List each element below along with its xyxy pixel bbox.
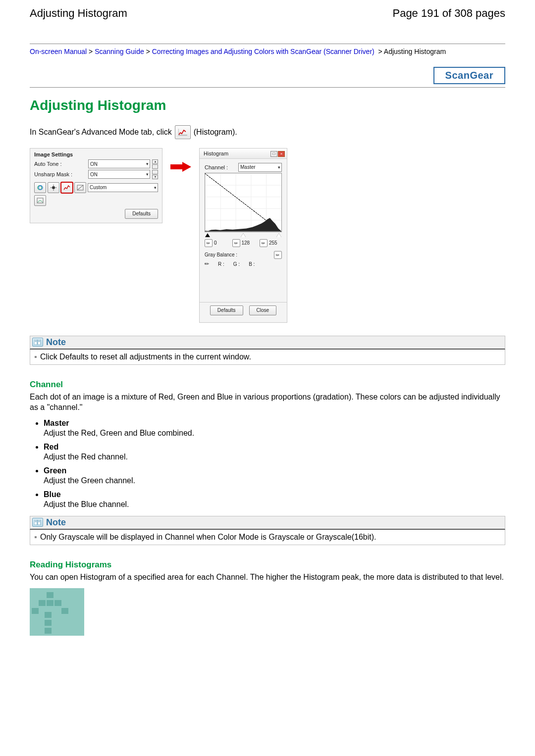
midtone-value: 128 bbox=[242, 240, 255, 246]
note-label: Note bbox=[46, 517, 66, 528]
r-label: R : bbox=[218, 261, 224, 267]
histogram-plot bbox=[205, 173, 282, 232]
unsharp-mask-dropdown[interactable]: ON bbox=[88, 170, 150, 179]
channel-intro: Each dot of an image is a mixture of Red… bbox=[30, 392, 505, 413]
breadcrumb-current: Adjusting Histogram bbox=[384, 48, 446, 55]
note-icon bbox=[32, 518, 43, 527]
note-box: Note Only Grayscale will be displayed in… bbox=[30, 516, 505, 545]
breadcrumb-link-correcting[interactable]: Correcting Images and Adjusting Colors w… bbox=[152, 48, 374, 55]
scroll-spinner[interactable]: ▴ bbox=[152, 159, 158, 169]
breadcrumb-link-scanning-guide[interactable]: Scanning Guide bbox=[95, 48, 144, 55]
note-icon bbox=[32, 338, 43, 347]
unsharp-mask-label: Unsharp Mask : bbox=[34, 171, 86, 177]
auto-tone-value: ON bbox=[90, 161, 98, 167]
breadcrumb-sep: > bbox=[144, 48, 152, 55]
histogram-dialog-title: Histogram bbox=[204, 151, 228, 156]
eyedropper-icon: ✎ bbox=[206, 240, 212, 246]
image-settings-defaults-button[interactable]: Defaults bbox=[125, 209, 158, 219]
brand-row: ScanGear bbox=[30, 57, 505, 88]
intro-pre: In ScanGear's Advanced Mode tab, click bbox=[30, 128, 172, 137]
highlight-value: 255 bbox=[269, 240, 282, 246]
image-settings-title: Image Settings bbox=[34, 151, 158, 157]
histogram-close-button[interactable]: Close bbox=[249, 305, 277, 315]
arrow-icon bbox=[170, 162, 191, 172]
list-item: GreenAdjust the Green channel. bbox=[44, 466, 505, 485]
channel-item-title: Red bbox=[44, 443, 505, 452]
channel-item-desc: Adjust the Blue channel. bbox=[44, 500, 505, 509]
breadcrumb-sep: > bbox=[87, 48, 95, 55]
highlight-eyedropper-button[interactable]: ✎ bbox=[260, 239, 268, 247]
scroll-spinner[interactable]: ▾ bbox=[152, 170, 158, 179]
highlight-slider-icon[interactable] bbox=[276, 233, 281, 237]
page-title: Adjusting Histogram bbox=[30, 98, 505, 113]
header-title: Adjusting Histogram bbox=[30, 7, 127, 20]
brightness-tool-button[interactable] bbox=[48, 182, 59, 193]
channel-label: Channel : bbox=[205, 164, 228, 170]
list-item: BlueAdjust the Blue channel. bbox=[44, 490, 505, 509]
breadcrumb-link-manual[interactable]: On-screen Manual bbox=[30, 48, 87, 55]
saturation-tool-button[interactable] bbox=[34, 182, 46, 193]
eyedropper-icon: ✎ bbox=[203, 260, 211, 268]
shadow-slider-icon[interactable] bbox=[205, 233, 210, 237]
list-item: MasterAdjust the Red, Green and Blue com… bbox=[44, 419, 505, 438]
note-text: Only Grayscale will be displayed in Chan… bbox=[40, 533, 501, 542]
custom-dropdown[interactable]: Custom bbox=[88, 183, 158, 192]
histogram-defaults-button[interactable]: Defaults bbox=[210, 305, 243, 315]
channel-item-desc: Adjust the Red, Green and Blue combined. bbox=[44, 429, 505, 438]
page-header: Adjusting Histogram Page 191 of 308 page… bbox=[30, 7, 505, 24]
note-box: Note Click Defaults to reset all adjustm… bbox=[30, 336, 505, 365]
intro-line: In ScanGear's Advanced Mode tab, click (… bbox=[30, 125, 505, 139]
slider-triangles[interactable] bbox=[205, 233, 282, 237]
b-label: B : bbox=[249, 261, 255, 267]
channel-dropdown[interactable]: Master bbox=[238, 163, 282, 172]
note-text: Click Defaults to reset all adjustments … bbox=[40, 353, 501, 361]
channel-list: MasterAdjust the Red, Green and Blue com… bbox=[44, 419, 505, 509]
channel-heading: Channel bbox=[30, 380, 505, 390]
channel-item-title: Blue bbox=[44, 490, 505, 499]
eyedropper-icon: ✎ bbox=[233, 240, 239, 246]
eyedropper-icon: ✎ bbox=[261, 240, 267, 246]
image-settings-panel: Image Settings Auto Tone : ON ▴ Unsharp … bbox=[30, 148, 162, 223]
custom-value: Custom bbox=[90, 185, 107, 190]
sample-image-thumb bbox=[30, 588, 84, 636]
histogram-tool-button[interactable] bbox=[61, 182, 73, 193]
midtone-eyedropper-button[interactable]: ✎ bbox=[232, 239, 240, 247]
channel-item-title: Master bbox=[44, 419, 505, 428]
histogram-toolbar-icon bbox=[175, 125, 191, 139]
tone-curve-tool-button[interactable] bbox=[74, 182, 86, 193]
shadow-eyedropper-button[interactable]: ✎ bbox=[205, 239, 213, 247]
auto-tone-label: Auto Tone : bbox=[34, 161, 86, 167]
reading-intro: You can open Histogram of a specified ar… bbox=[30, 572, 505, 583]
channel-item-desc: Adjust the Green channel. bbox=[44, 476, 505, 485]
window-buttons: □× bbox=[270, 150, 285, 157]
maximize-icon[interactable]: □ bbox=[270, 151, 277, 157]
g-label: G : bbox=[233, 261, 240, 267]
gray-balance-eyedropper-button[interactable]: ✎ bbox=[274, 251, 282, 259]
page-counter: Page 191 of 308 pages bbox=[392, 7, 505, 20]
shadow-value: 0 bbox=[214, 240, 227, 246]
gray-balance-label: Gray Balance : bbox=[205, 252, 237, 257]
channel-value: Master bbox=[240, 164, 256, 170]
channel-item-desc: Adjust the Red channel. bbox=[44, 453, 505, 461]
auto-tone-dropdown[interactable]: ON bbox=[88, 159, 150, 168]
svg-point-4 bbox=[52, 186, 55, 189]
unsharp-mask-value: ON bbox=[90, 172, 98, 177]
final-review-tool-button[interactable] bbox=[34, 195, 46, 206]
screenshots-row: Image Settings Auto Tone : ON ▴ Unsharp … bbox=[30, 148, 505, 323]
breadcrumb: On-screen Manual > Scanning Guide > Corr… bbox=[30, 47, 505, 57]
intro-post: (Histogram). bbox=[194, 128, 237, 137]
scangear-badge: ScanGear bbox=[433, 67, 505, 84]
note-label: Note bbox=[46, 337, 66, 348]
histogram-icon bbox=[178, 129, 187, 136]
breadcrumb-sep: > bbox=[376, 48, 384, 55]
close-icon[interactable]: × bbox=[278, 151, 285, 157]
content-area: On-screen Manual > Scanning Guide > Corr… bbox=[30, 44, 505, 636]
list-item: RedAdjust the Red channel. bbox=[44, 443, 505, 461]
channel-item-title: Green bbox=[44, 466, 505, 475]
eyedropper-icon: ✎ bbox=[275, 252, 281, 258]
histogram-dialog: Histogram □× Channel : Master bbox=[199, 148, 287, 323]
svg-line-10 bbox=[77, 185, 83, 190]
midtone-slider-icon[interactable] bbox=[241, 233, 246, 237]
reading-heading: Reading Histograms bbox=[30, 560, 505, 570]
